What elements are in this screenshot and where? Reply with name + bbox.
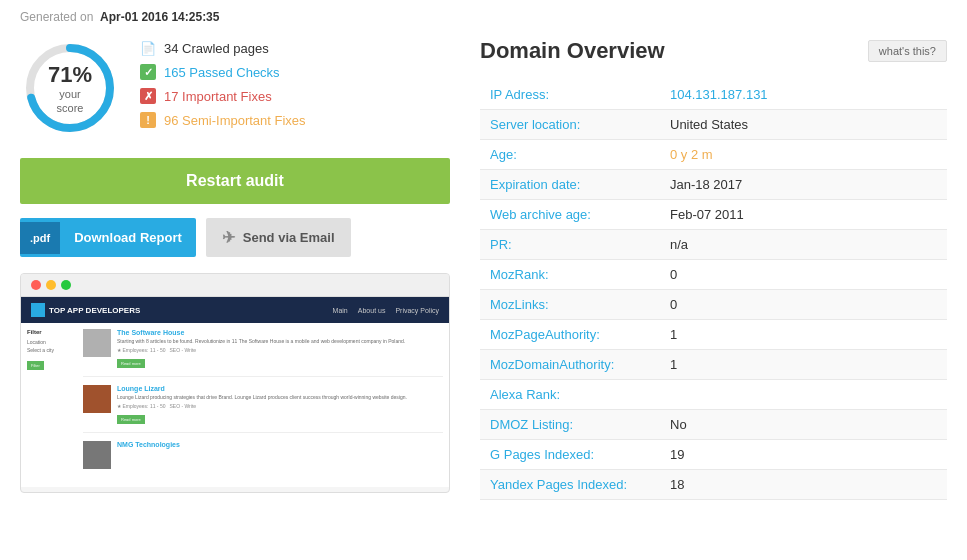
preview-sidebar-title: Filter [27, 329, 77, 335]
domain-row-value: 1 [660, 320, 947, 350]
download-label: Download Report [60, 220, 196, 255]
checks-list: 📄 34 Crawled pages ✓ 165 Passed Checks ✗… [140, 40, 306, 136]
preview-thumb-3 [83, 441, 111, 469]
domain-row-label: PR: [480, 230, 660, 260]
preview-nav: TOP APP DEVELOPERS Main About us Privacy… [21, 297, 449, 323]
preview-article-desc-1: Starting with 8 articles to be found. Re… [117, 338, 443, 345]
send-email-button[interactable]: ✈ Send via Email [206, 218, 351, 257]
domain-table-row: IP Adress:104.131.187.131 [480, 80, 947, 110]
passed-checks-text: 165 Passed Checks [164, 65, 280, 80]
domain-table-row: Age:0 y 2 m [480, 140, 947, 170]
score-circle: 71% your score [20, 38, 120, 138]
preview-article-3: NMG Technologies [83, 441, 443, 477]
domain-row-value: 1 [660, 350, 947, 380]
crawled-pages-text: 34 Crawled pages [164, 41, 269, 56]
preview-sidebar-location: Location [27, 339, 77, 345]
check-red-icon: ✗ [140, 88, 156, 104]
domain-overview-title: Domain Overview [480, 38, 665, 64]
send-email-label: Send via Email [243, 230, 335, 245]
page-icon: 📄 [140, 40, 156, 56]
preview-content: TOP APP DEVELOPERS Main About us Privacy… [21, 297, 449, 487]
domain-row-value: United States [660, 110, 947, 140]
website-preview: TOP APP DEVELOPERS Main About us Privacy… [20, 273, 450, 493]
domain-table-row: Alexa Rank: [480, 380, 947, 410]
domain-table-row: MozRank:0 [480, 260, 947, 290]
preview-article-text-3: NMG Technologies [117, 441, 443, 469]
domain-row-value: Jan-18 2017 [660, 170, 947, 200]
domain-table-row: MozDomainAuthority:1 [480, 350, 947, 380]
domain-row-value: 0 [660, 290, 947, 320]
preview-article-title-3: NMG Technologies [117, 441, 443, 448]
download-report-button[interactable]: .pdf Download Report [20, 218, 196, 257]
semi-fixes-link[interactable]: 96 Semi-Important Fixes [164, 113, 306, 128]
domain-row-label: Alexa Rank: [480, 380, 660, 410]
preview-sidebar-city: Select a city [27, 347, 77, 353]
generated-label: Generated on [20, 10, 93, 24]
domain-header: Domain Overview what's this? [480, 38, 947, 64]
domain-row-label: Age: [480, 140, 660, 170]
preview-logo-icon [31, 303, 45, 317]
domain-row-value: n/a [660, 230, 947, 260]
domain-table-row: G Pages Indexed:19 [480, 440, 947, 470]
send-icon: ✈ [222, 228, 235, 247]
domain-row-label: Expiration date: [480, 170, 660, 200]
domain-row-value: 0 y 2 m [660, 140, 947, 170]
domain-row-value: 0 [660, 260, 947, 290]
restart-audit-button[interactable]: Restart audit [20, 158, 450, 204]
preview-stats-2: ★ Employees: 11 - 50 SEO - Write [117, 403, 443, 409]
whats-this-button[interactable]: what's this? [868, 40, 947, 62]
passed-checks-item: ✓ 165 Passed Checks [140, 64, 306, 80]
preview-read-more-1: Read more [117, 359, 145, 368]
domain-overview-table: IP Adress:104.131.187.131Server location… [480, 80, 947, 500]
domain-row-label: DMOZ Listing: [480, 410, 660, 440]
preview-nav-links: Main About us Privacy Policy [333, 307, 439, 314]
preview-article-title-2: Lounge Lizard [117, 385, 443, 392]
domain-table-row: Server location:United States [480, 110, 947, 140]
score-text: 71% your score [45, 62, 95, 115]
preview-thumb-2 [83, 385, 111, 413]
domain-row-label: IP Adress: [480, 80, 660, 110]
domain-table-row: DMOZ Listing:No [480, 410, 947, 440]
generated-on-line: Generated on Apr-01 2016 14:25:35 [20, 10, 947, 24]
check-orange-icon: ! [140, 112, 156, 128]
dot-yellow [46, 280, 56, 290]
domain-row-value: Feb-07 2011 [660, 200, 947, 230]
domain-row-label: Web archive age: [480, 200, 660, 230]
domain-row-label: Server location: [480, 110, 660, 140]
domain-row-label: MozPageAuthority: [480, 320, 660, 350]
preview-titlebar [21, 274, 449, 297]
domain-table-row: PR:n/a [480, 230, 947, 260]
dot-red [31, 280, 41, 290]
domain-table-row: MozPageAuthority:1 [480, 320, 947, 350]
domain-row-value: 18 [660, 470, 947, 500]
score-percent: 71% [45, 62, 95, 88]
preview-main: The Software House Starting with 8 artic… [83, 329, 443, 485]
important-fixes-link[interactable]: 17 Important Fixes [164, 89, 272, 104]
preview-logo-text: TOP APP DEVELOPERS [49, 306, 140, 315]
preview-body: Filter Location Select a city Filter The… [21, 323, 449, 487]
domain-row-label: MozDomainAuthority: [480, 350, 660, 380]
left-panel: 71% your score 📄 34 Crawled pages ✓ 165 … [20, 38, 450, 500]
domain-table-row: Yandex Pages Indexed:18 [480, 470, 947, 500]
preview-nav-main: Main [333, 307, 348, 314]
generated-date: Apr-01 2016 14:25:35 [100, 10, 219, 24]
preview-read-more-2: Read more [117, 415, 145, 424]
domain-row-label: Yandex Pages Indexed: [480, 470, 660, 500]
preview-article-2: Lounge Lizard Lounge Lizard producing st… [83, 385, 443, 433]
domain-row-label: MozRank: [480, 260, 660, 290]
pdf-tag: .pdf [20, 222, 60, 254]
preview-nav-privacy: Privacy Policy [395, 307, 439, 314]
domain-table-row: Web archive age:Feb-07 2011 [480, 200, 947, 230]
preview-thumb-1 [83, 329, 111, 357]
preview-filter-btn: Filter [27, 361, 44, 370]
domain-row-value: 19 [660, 440, 947, 470]
semi-fixes-item: ! 96 Semi-Important Fixes [140, 112, 306, 128]
domain-table-row: Expiration date:Jan-18 2017 [480, 170, 947, 200]
dot-green [61, 280, 71, 290]
domain-row-value: 104.131.187.131 [660, 80, 947, 110]
crawled-pages-item: 📄 34 Crawled pages [140, 40, 306, 56]
score-section: 71% your score 📄 34 Crawled pages ✓ 165 … [20, 38, 450, 138]
preview-article-desc-2: Lounge Lizard producing strategies that … [117, 394, 443, 401]
domain-table-row: MozLinks:0 [480, 290, 947, 320]
main-layout: 71% your score 📄 34 Crawled pages ✓ 165 … [20, 38, 947, 500]
